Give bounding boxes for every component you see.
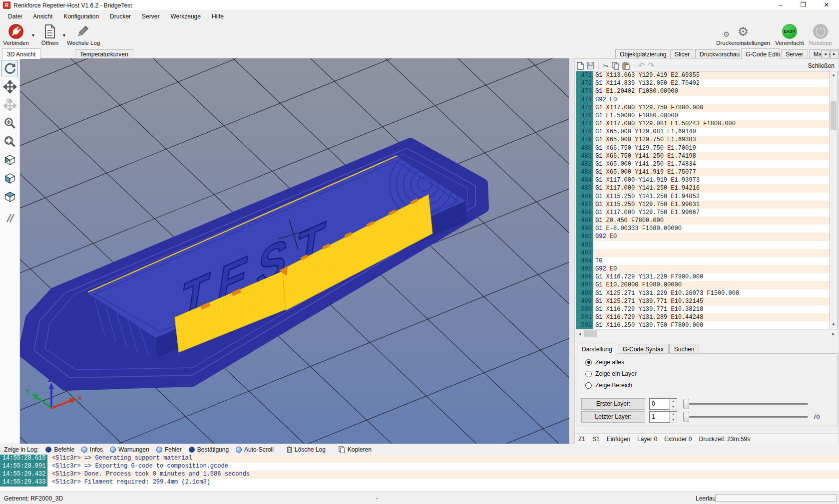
subtab-darstellung[interactable]: Darstellung: [577, 343, 617, 354]
move-object-icon: [1, 96, 18, 113]
front-view-icon[interactable]: [1, 170, 18, 186]
parallel-projection-icon[interactable]: [1, 210, 18, 226]
rotate-view-icon[interactable]: [1, 60, 18, 76]
gcode-line: 473G1 E1.20402 F1080.00000: [576, 87, 831, 95]
max-layer-label: 70: [813, 414, 820, 421]
top-view-icon[interactable]: [1, 188, 18, 205]
menu-item-werkzeuge[interactable]: Werkzeuge: [165, 11, 206, 21]
log-toggle-auto-scroll[interactable]: Auto-Scroll: [236, 446, 274, 453]
save-icon[interactable]: [587, 62, 594, 69]
gcode-line: 481G1 X66.750 Y141.250 E1.74198: [576, 152, 831, 160]
scroll-left-arrow[interactable]: ◄: [576, 332, 584, 336]
panel-tab-druckvorschau[interactable]: Druckvorschau: [695, 49, 740, 59]
gcode-line: 476G1 E1.50000 F1080.00000: [576, 112, 831, 120]
gcode-text-editor[interactable]: 471G1 X113.663 Y129.419 E2.69355472G1 X1…: [576, 71, 831, 329]
document-icon: [38, 23, 62, 40]
log-entry: 14:55:28.891<Slic3r> => Exporting G-code…: [0, 463, 839, 471]
printer-settings-button[interactable]: ⚙⚙ Druckereinstellungen: [715, 23, 771, 46]
log-toggle-warnungen[interactable]: Warnungen: [110, 446, 149, 453]
new-file-icon[interactable]: [577, 62, 584, 70]
spinner-arrows[interactable]: ▲▼: [669, 399, 677, 409]
copy-icon[interactable]: [612, 62, 619, 70]
editor-status-item: Druckzeit: 23m:59s: [699, 436, 750, 444]
first-layer-slider[interactable]: [683, 398, 808, 410]
easy-mode-button[interactable]: EASY Vereinfacht: [774, 23, 805, 46]
radio-circle[interactable]: [585, 371, 592, 377]
connect-dropdown-arrow[interactable]: ▼: [31, 33, 35, 38]
radio-zeige-bereich[interactable]: Zeige Bereich: [585, 382, 632, 389]
gcode-line: 494T0: [576, 257, 831, 265]
slider-thumb[interactable]: [683, 399, 689, 409]
clear-log-button[interactable]: Lösche Log: [287, 446, 326, 453]
last-layer-slider[interactable]: [683, 411, 808, 423]
log-toggle-fehler[interactable]: Fehler: [156, 446, 182, 453]
slider-thumb[interactable]: [683, 412, 689, 422]
tab-scroll-left-button[interactable]: ◄: [821, 50, 830, 58]
first-layer-row: Erster Layer: 0 ▲▼: [581, 398, 808, 410]
gcode-line: 485G1 X117.000 Y141.250 E1.94216: [576, 184, 831, 192]
trash-icon: [287, 446, 292, 453]
log-toggle-infos[interactable]: Infos: [81, 446, 103, 453]
horizontal-scroll-thumb[interactable]: [584, 330, 597, 337]
subtab-g-code-syntax[interactable]: G-Code Syntax: [618, 344, 669, 354]
connect-button[interactable]: Verbinden: [3, 23, 29, 46]
spinner-arrows[interactable]: ▲▼: [669, 412, 677, 422]
editor-close-button[interactable]: Schließen: [808, 62, 837, 69]
editor-subtabs: DarstellungG-Code SyntaxSuchen: [577, 343, 700, 353]
editor-vertical-scrollbar[interactable]: ▲ ▼: [830, 71, 838, 329]
menu-item-server[interactable]: Server: [136, 11, 165, 21]
menu-item-datei[interactable]: Datei: [2, 11, 27, 21]
subtab-suchen[interactable]: Suchen: [669, 344, 700, 354]
vertical-scroll-thumb[interactable]: [831, 101, 837, 130]
status-center-text: -: [376, 495, 378, 502]
copy-log-button[interactable]: Kopieren: [339, 446, 372, 453]
minimize-button[interactable]: –: [772, 0, 789, 10]
open-dropdown-arrow[interactable]: ▼: [62, 33, 66, 38]
menu-item-ansicht[interactable]: Ansicht: [27, 11, 58, 21]
last-layer-spinner[interactable]: 1 ▲▼: [649, 411, 677, 423]
close-button[interactable]: ✕: [818, 0, 835, 10]
scroll-right-arrow[interactable]: ►: [830, 332, 838, 336]
last-layer-button[interactable]: Letzter Layer:: [581, 411, 645, 423]
cut-icon[interactable]: ✂: [603, 62, 609, 70]
tab-scroll-right-button[interactable]: ►: [830, 50, 839, 58]
gcode-line: 482G1 X65.000 Y141.250 E1.74834: [576, 160, 831, 168]
first-layer-spinner[interactable]: 0 ▲▼: [649, 398, 677, 410]
zoom-fit-icon[interactable]: [1, 133, 18, 150]
move-view-icon[interactable]: [1, 78, 18, 95]
view-tab-temp[interactable]: Temperaturkurven: [75, 49, 133, 59]
main-toolbar: Verbinden ▼ Öffnen ▼ Wechsle Log ⚙⚙ Druc…: [0, 22, 839, 48]
panel-tab-objektplatzierung[interactable]: Objektplatzierung: [615, 49, 669, 59]
gcode-line: 483G1 X65.000 Y141.919 E1.75077: [576, 168, 831, 176]
radio-zeige-ein-layer[interactable]: Zeige ein Layer: [585, 370, 637, 377]
3d-viewport[interactable]: TEST z: [20, 58, 569, 444]
panel-tab-g-code-editor[interactable]: G-Code Editor: [741, 48, 780, 59]
log-timestamp: 14:55:28.615: [0, 455, 47, 463]
gcode-line: 489G1 Z0.450 F7800.000: [576, 217, 831, 225]
scroll-down-arrow[interactable]: ▼: [830, 321, 837, 329]
menu-item-konfiguration[interactable]: Konfiguration: [58, 11, 104, 21]
iso-view-icon[interactable]: [1, 151, 18, 168]
panel-tab-slicer[interactable]: Slicer: [670, 49, 694, 59]
zoom-in-icon[interactable]: [1, 115, 18, 131]
radio-circle[interactable]: [585, 382, 592, 389]
gcode-line: 480G1 X66.750 Y129.750 E1.70019: [576, 144, 831, 152]
editor-horizontal-scrollbar[interactable]: ◄ ►: [576, 330, 838, 338]
log-timestamp: 14:55:29.433: [0, 479, 47, 487]
radio-zeige-alles[interactable]: Zeige alles: [585, 359, 624, 366]
log-toggle-best-tigung[interactable]: Bestätigung: [189, 446, 229, 453]
radio-circle[interactable]: [585, 359, 592, 366]
panel-tab-server[interactable]: Server: [781, 49, 808, 59]
log-toggle-befehle[interactable]: Befehle: [45, 446, 74, 453]
gcode-line: 491G92 E0: [576, 233, 831, 241]
toggle-log-button[interactable]: Wechsle Log: [67, 23, 98, 46]
menu-item-hilfe[interactable]: Hilfe: [206, 11, 229, 21]
menu-item-drucker[interactable]: Drucker: [104, 11, 136, 21]
paste-icon[interactable]: [622, 62, 630, 70]
restore-button[interactable]: ❐: [795, 0, 812, 10]
view-tab-3d[interactable]: 3D Ansicht: [2, 48, 40, 59]
open-button[interactable]: Öffnen: [38, 23, 62, 46]
first-layer-button[interactable]: Erster Layer:: [581, 398, 645, 410]
scroll-up-arrow[interactable]: ▲: [830, 71, 837, 79]
log-entries[interactable]: 14:55:28.615<Slic3r> => Generating suppo…: [0, 455, 839, 487]
